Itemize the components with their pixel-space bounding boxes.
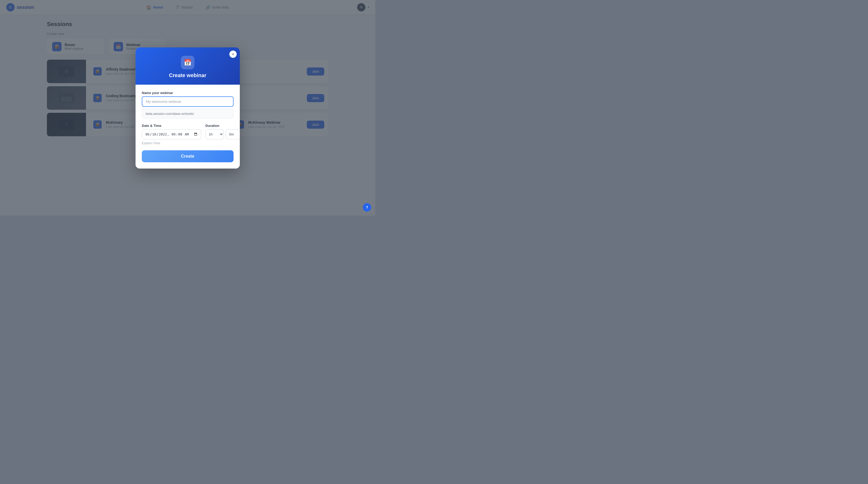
- duration-minutes-select[interactable]: 0m 15m 30m 45m: [226, 129, 240, 139]
- create-button[interactable]: Create: [142, 150, 234, 162]
- close-button[interactable]: ×: [229, 51, 237, 58]
- duration-label: Duration: [206, 124, 240, 128]
- duration-selects: 1h 2h 3h 0m 15m 30m 45m: [206, 129, 240, 139]
- timezone-label: Eastern Time: [142, 141, 234, 145]
- datetime-group: Date & Time: [142, 124, 201, 139]
- modal-title: Create webinar: [169, 72, 206, 78]
- url-display: beta.session.com/dave-schools/: [142, 109, 234, 119]
- webinar-name-input[interactable]: [142, 96, 234, 107]
- help-button[interactable]: ?: [363, 203, 371, 212]
- name-label: Name your webinar: [142, 91, 234, 95]
- datetime-input[interactable]: [142, 129, 201, 139]
- datetime-duration-row: Date & Time Duration 1h 2h 3h 0m 15m: [142, 124, 234, 139]
- modal-body: Name your webinar beta.session.com/dave-…: [135, 85, 240, 168]
- modal-header: × 📅 Create webinar: [135, 47, 240, 85]
- duration-hours-select[interactable]: 1h 2h 3h: [206, 129, 224, 139]
- calendar-icon: 📅: [181, 56, 194, 69]
- datetime-label: Date & Time: [142, 124, 201, 128]
- modal-overlay: × 📅 Create webinar Name your webinar bet…: [0, 0, 375, 216]
- create-webinar-modal: × 📅 Create webinar Name your webinar bet…: [135, 47, 240, 168]
- duration-group: Duration 1h 2h 3h 0m 15m 30m 45m: [206, 124, 240, 139]
